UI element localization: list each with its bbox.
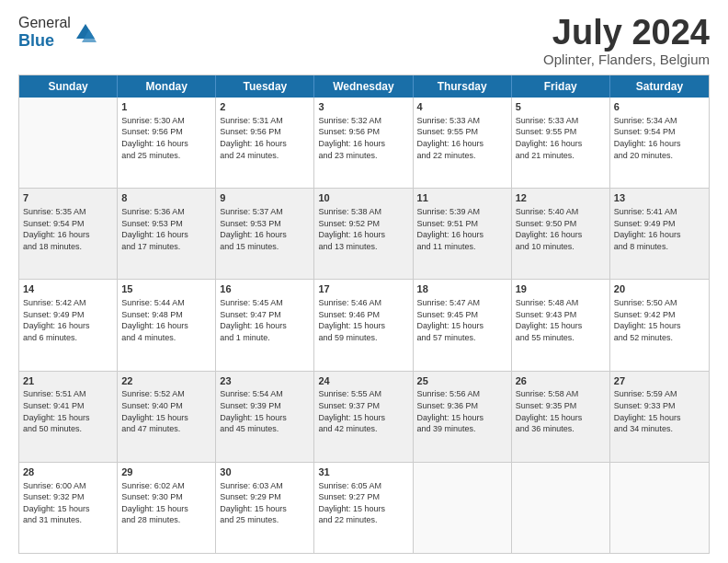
day-info: Sunrise: 5:56 AM Sunset: 9:36 PM Dayligh… <box>417 388 507 434</box>
day-number: 11 <box>417 191 507 205</box>
day-info: Sunrise: 5:33 AM Sunset: 9:55 PM Dayligh… <box>516 115 606 161</box>
day-info: Sunrise: 6:02 AM Sunset: 9:30 PM Dayligh… <box>121 480 211 526</box>
day-info: Sunrise: 5:47 AM Sunset: 9:45 PM Dayligh… <box>417 297 507 343</box>
day-info: Sunrise: 5:39 AM Sunset: 9:51 PM Dayligh… <box>417 206 507 252</box>
day-info: Sunrise: 6:03 AM Sunset: 9:29 PM Dayligh… <box>220 480 310 526</box>
calendar-cell: 4Sunrise: 5:33 AM Sunset: 9:55 PM Daylig… <box>414 98 512 188</box>
day-info: Sunrise: 5:55 AM Sunset: 9:37 PM Dayligh… <box>318 388 408 434</box>
day-info: Sunrise: 5:52 AM Sunset: 9:40 PM Dayligh… <box>121 388 211 434</box>
logo-icon <box>73 20 98 46</box>
day-number: 12 <box>516 191 606 205</box>
day-number: 5 <box>516 100 606 114</box>
header-day-friday: Friday <box>512 75 610 98</box>
header-day-thursday: Thursday <box>414 75 512 98</box>
calendar-cell: 26Sunrise: 5:58 AM Sunset: 9:35 PM Dayli… <box>512 372 610 462</box>
day-number: 1 <box>121 100 211 114</box>
day-number: 23 <box>220 374 310 388</box>
day-number: 16 <box>220 282 310 296</box>
day-number: 29 <box>121 465 211 479</box>
day-number: 7 <box>23 191 113 205</box>
day-number: 21 <box>23 374 113 388</box>
day-info: Sunrise: 5:32 AM Sunset: 9:56 PM Dayligh… <box>318 115 408 161</box>
calendar-row-5: 28Sunrise: 6:00 AM Sunset: 9:32 PM Dayli… <box>19 463 709 553</box>
day-number: 30 <box>220 465 310 479</box>
calendar-cell: 8Sunrise: 5:36 AM Sunset: 9:53 PM Daylig… <box>118 189 216 279</box>
calendar-cell: 11Sunrise: 5:39 AM Sunset: 9:51 PM Dayli… <box>414 189 512 279</box>
day-number: 24 <box>318 374 408 388</box>
day-info: Sunrise: 5:45 AM Sunset: 9:47 PM Dayligh… <box>220 297 310 343</box>
calendar-cell: 20Sunrise: 5:50 AM Sunset: 9:42 PM Dayli… <box>610 280 709 370</box>
day-info: Sunrise: 5:35 AM Sunset: 9:54 PM Dayligh… <box>23 206 113 252</box>
calendar-row-4: 21Sunrise: 5:51 AM Sunset: 9:41 PM Dayli… <box>19 372 709 463</box>
calendar-row-3: 14Sunrise: 5:42 AM Sunset: 9:49 PM Dayli… <box>19 280 709 371</box>
day-info: Sunrise: 5:36 AM Sunset: 9:53 PM Dayligh… <box>121 206 211 252</box>
month-title: July 2024 <box>543 15 710 50</box>
day-number: 27 <box>614 374 705 388</box>
calendar-cell: 7Sunrise: 5:35 AM Sunset: 9:54 PM Daylig… <box>19 189 118 279</box>
calendar-cell: 23Sunrise: 5:54 AM Sunset: 9:39 PM Dayli… <box>216 372 314 462</box>
day-info: Sunrise: 5:54 AM Sunset: 9:39 PM Dayligh… <box>220 388 310 434</box>
day-info: Sunrise: 5:34 AM Sunset: 9:54 PM Dayligh… <box>614 115 705 161</box>
calendar-cell: 24Sunrise: 5:55 AM Sunset: 9:37 PM Dayli… <box>314 372 413 462</box>
day-number: 6 <box>614 100 705 114</box>
day-number: 17 <box>318 282 408 296</box>
day-number: 13 <box>614 191 705 205</box>
calendar-cell: 25Sunrise: 5:56 AM Sunset: 9:36 PM Dayli… <box>414 372 512 462</box>
calendar-cell <box>610 463 709 553</box>
day-number: 9 <box>220 191 310 205</box>
logo-general-text: General <box>18 15 71 30</box>
day-number: 2 <box>220 100 310 114</box>
day-number: 3 <box>318 100 408 114</box>
calendar-cell: 13Sunrise: 5:41 AM Sunset: 9:49 PM Dayli… <box>610 189 709 279</box>
header: General Blue July 2024 Oplinter, Flander… <box>18 15 710 67</box>
calendar-cell: 6Sunrise: 5:34 AM Sunset: 9:54 PM Daylig… <box>610 98 709 188</box>
day-info: Sunrise: 5:51 AM Sunset: 9:41 PM Dayligh… <box>23 388 113 434</box>
calendar-cell: 22Sunrise: 5:52 AM Sunset: 9:40 PM Dayli… <box>118 372 216 462</box>
calendar-row-2: 7Sunrise: 5:35 AM Sunset: 9:54 PM Daylig… <box>19 189 709 280</box>
calendar-cell: 31Sunrise: 6:05 AM Sunset: 9:27 PM Dayli… <box>314 463 413 553</box>
calendar-cell <box>414 463 512 553</box>
calendar-cell <box>19 98 118 188</box>
day-info: Sunrise: 5:48 AM Sunset: 9:43 PM Dayligh… <box>516 297 606 343</box>
day-number: 22 <box>121 374 211 388</box>
calendar-cell: 1Sunrise: 5:30 AM Sunset: 9:56 PM Daylig… <box>118 98 216 188</box>
calendar-cell: 28Sunrise: 6:00 AM Sunset: 9:32 PM Dayli… <box>19 463 118 553</box>
calendar-cell: 5Sunrise: 5:33 AM Sunset: 9:55 PM Daylig… <box>512 98 610 188</box>
day-info: Sunrise: 5:50 AM Sunset: 9:42 PM Dayligh… <box>614 297 705 343</box>
day-info: Sunrise: 5:46 AM Sunset: 9:46 PM Dayligh… <box>318 297 408 343</box>
calendar-cell: 15Sunrise: 5:44 AM Sunset: 9:48 PM Dayli… <box>118 280 216 370</box>
calendar-cell: 10Sunrise: 5:38 AM Sunset: 9:52 PM Dayli… <box>314 189 413 279</box>
calendar-cell: 18Sunrise: 5:47 AM Sunset: 9:45 PM Dayli… <box>414 280 512 370</box>
location: Oplinter, Flanders, Belgium <box>543 52 710 67</box>
calendar-header: SundayMondayTuesdayWednesdayThursdayFrid… <box>19 75 709 98</box>
header-day-saturday: Saturday <box>610 75 709 98</box>
header-day-tuesday: Tuesday <box>216 75 314 98</box>
day-number: 19 <box>516 282 606 296</box>
day-number: 4 <box>417 100 507 114</box>
calendar-cell: 12Sunrise: 5:40 AM Sunset: 9:50 PM Dayli… <box>512 189 610 279</box>
day-info: Sunrise: 5:58 AM Sunset: 9:35 PM Dayligh… <box>516 388 606 434</box>
day-info: Sunrise: 5:41 AM Sunset: 9:49 PM Dayligh… <box>614 206 705 252</box>
calendar-cell: 17Sunrise: 5:46 AM Sunset: 9:46 PM Dayli… <box>314 280 413 370</box>
calendar-cell: 16Sunrise: 5:45 AM Sunset: 9:47 PM Dayli… <box>216 280 314 370</box>
day-number: 8 <box>121 191 211 205</box>
calendar-cell: 2Sunrise: 5:31 AM Sunset: 9:56 PM Daylig… <box>216 98 314 188</box>
header-day-wednesday: Wednesday <box>314 75 413 98</box>
calendar-cell: 29Sunrise: 6:02 AM Sunset: 9:30 PM Dayli… <box>118 463 216 553</box>
calendar-cell: 14Sunrise: 5:42 AM Sunset: 9:49 PM Dayli… <box>19 280 118 370</box>
logo-blue-text: Blue <box>18 31 54 50</box>
day-info: Sunrise: 6:05 AM Sunset: 9:27 PM Dayligh… <box>318 480 408 526</box>
day-info: Sunrise: 5:30 AM Sunset: 9:56 PM Dayligh… <box>121 115 211 161</box>
day-info: Sunrise: 5:33 AM Sunset: 9:55 PM Dayligh… <box>417 115 507 161</box>
day-info: Sunrise: 5:37 AM Sunset: 9:53 PM Dayligh… <box>220 206 310 252</box>
day-number: 31 <box>318 465 408 479</box>
day-info: Sunrise: 5:38 AM Sunset: 9:52 PM Dayligh… <box>318 206 408 252</box>
day-number: 28 <box>23 465 113 479</box>
calendar-cell: 9Sunrise: 5:37 AM Sunset: 9:53 PM Daylig… <box>216 189 314 279</box>
day-number: 26 <box>516 374 606 388</box>
calendar-cell: 3Sunrise: 5:32 AM Sunset: 9:56 PM Daylig… <box>314 98 413 188</box>
title-block: July 2024 Oplinter, Flanders, Belgium <box>543 15 710 67</box>
calendar-cell: 30Sunrise: 6:03 AM Sunset: 9:29 PM Dayli… <box>216 463 314 553</box>
day-info: Sunrise: 5:31 AM Sunset: 9:56 PM Dayligh… <box>220 115 310 161</box>
day-number: 15 <box>121 282 211 296</box>
